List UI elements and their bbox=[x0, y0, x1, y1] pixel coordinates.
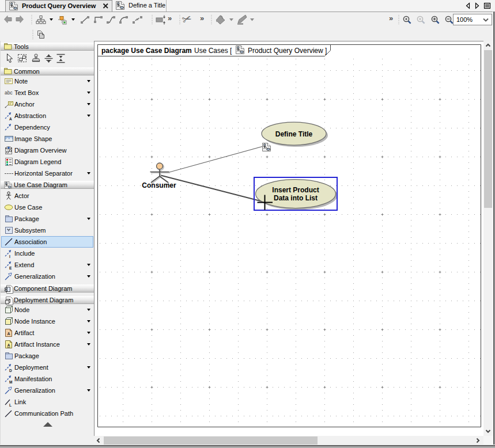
svg-text:I: I bbox=[9, 255, 10, 259]
svg-text:Insert Product: Insert Product bbox=[272, 186, 319, 194]
svg-text:Consumer: Consumer bbox=[142, 181, 176, 189]
svg-text:A: A bbox=[9, 117, 12, 121]
svg-text:A: A bbox=[7, 343, 10, 347]
svg-text:A: A bbox=[7, 332, 10, 336]
svg-text:L: L bbox=[9, 403, 12, 407]
svg-text:Product Query Overview ]: Product Query Overview ] bbox=[248, 47, 327, 55]
svg-text:E: E bbox=[9, 266, 12, 270]
svg-text:Data into List: Data into List bbox=[274, 194, 318, 202]
svg-text:D: D bbox=[9, 369, 12, 373]
svg-text:Define Title: Define Title bbox=[275, 130, 313, 138]
svg-text:Use Cases [: Use Cases [ bbox=[194, 47, 232, 55]
svg-text:package Use Case Diagram: package Use Case Diagram bbox=[101, 47, 192, 55]
svg-text:abc: abc bbox=[5, 90, 13, 96]
svg-text:M: M bbox=[9, 380, 12, 384]
